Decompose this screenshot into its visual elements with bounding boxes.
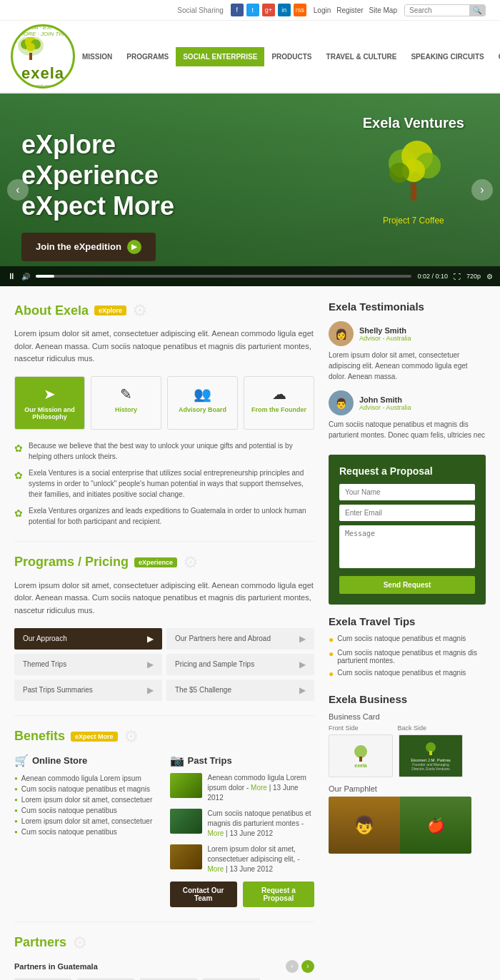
bullet-icon-0: ✿ [14, 441, 23, 462]
store-item-5: Cum sociis natoque penatibus [14, 827, 159, 837]
program-item-3[interactable]: Pricing and Sample Trips ▶ [166, 654, 314, 675]
front-label: Front Side [329, 724, 359, 732]
programs-text: Lorem ipsum dolor sit amet, consectetuer… [14, 580, 314, 617]
form-name-input[interactable] [339, 484, 475, 500]
program-item-4[interactable]: Past Trips Summaries ▶ [14, 680, 162, 701]
nav-speaking[interactable]: SPEAKING CIRCUITS [404, 47, 491, 66]
volume-icon[interactable]: 🔊 [21, 273, 30, 281]
video-progress-bar[interactable] [36, 275, 411, 278]
program-item-2[interactable]: Themed Trips ▶ [14, 654, 162, 675]
form-message-input[interactable] [339, 525, 475, 568]
about-section: About Exela eXplore ⚙ Lorem ipsum dolor … [14, 300, 314, 527]
program-arrow-1: ▶ [299, 634, 306, 644]
tip-0: ● Cum sociis natoque penatibus et magnis [329, 635, 486, 645]
search-button[interactable]: 🔍 [469, 5, 485, 16]
back-label: Back Side [398, 724, 427, 732]
nav-programs[interactable]: PROGRAMS [119, 47, 176, 66]
benefits-badge: eXpect More [71, 732, 118, 742]
svg-point-14 [426, 742, 436, 752]
online-store-list: Aenean commodo ligula Lorem ipsum Cum so… [14, 773, 159, 837]
nav-contact[interactable]: CONTACT [491, 47, 500, 66]
benefits-title: Benefits eXpect More ⚙ [14, 727, 314, 747]
hero-section: ‹ eXplore eXperience eXpect More Join th… [0, 94, 500, 286]
trip-more-0[interactable]: More [251, 784, 267, 792]
sitemap-link[interactable]: Site Map [369, 6, 397, 14]
fullscreen-icon[interactable]: ⛶ [454, 273, 461, 281]
logo-tree-icon [13, 37, 49, 62]
svg-point-12 [354, 745, 367, 758]
online-store-title: 🛒 Online Store [14, 754, 159, 767]
video-time: 0:02 / 0:10 [417, 273, 448, 280]
partner-next-button[interactable]: › [301, 960, 314, 973]
rss-icon[interactable]: rss [294, 4, 306, 16]
twitter-icon[interactable]: t [246, 4, 259, 16]
testimonial-1-text: Cum sociis natoque penatibus et magnis d… [329, 419, 486, 440]
hero-next-button[interactable]: › [471, 179, 493, 201]
svg-rect-13 [359, 757, 362, 762]
trip-more-2[interactable]: More [208, 865, 224, 873]
social-icons: f t g+ in rss [231, 4, 306, 16]
program-item-5[interactable]: The $5 Challenge ▶ [166, 680, 314, 701]
testimonial-0-text: Lorem ipsum dolor sit amet, consectetuer… [329, 350, 486, 382]
social-label: Social Sharing [177, 6, 223, 14]
left-column: About Exela eXplore ⚙ Lorem ipsum dolor … [14, 300, 329, 980]
tip-2: ● Cum sociis natoque penatibus et magnis [329, 669, 486, 679]
svg-point-10 [389, 163, 409, 183]
pamphlet-right: 🍎 [400, 797, 471, 854]
svg-rect-11 [411, 183, 416, 201]
search-bar[interactable]: 🔍 [404, 4, 486, 16]
trip-item-2: Lorem ipsum dolor sit amet, consectetuer… [170, 844, 315, 874]
settings-icon[interactable]: ⚙ [486, 273, 493, 281]
store-item-0: Aenean commodo ligula Lorem ipsum [14, 773, 159, 784]
guatemala-partners-header: Partners in Guatemala ‹ › [14, 960, 314, 973]
about-decorative-icon: ⚙ [132, 300, 148, 320]
program-arrow-3: ▶ [299, 660, 306, 670]
store-item-4: Lorem ipsum dolor sit amet, consectetuer [14, 816, 159, 827]
programs-title: Programs / Pricing eXperience ⚙ [14, 552, 314, 572]
form-email-input[interactable] [339, 505, 475, 521]
program-arrow-4: ▶ [147, 685, 154, 695]
trip-more-1[interactable]: More [208, 829, 224, 837]
linkedin-icon[interactable]: in [278, 4, 291, 16]
program-item-1[interactable]: Our Partners here and Abroad ▶ [166, 628, 314, 650]
mission-cards: ➤ Our Mission and Philosophy ✎ History 👥… [14, 376, 314, 430]
partner-prev-button[interactable]: ‹ [286, 960, 299, 973]
nav-products[interactable]: PRODUCTS [264, 47, 319, 66]
nav-mission[interactable]: MISSION [75, 47, 119, 66]
avatar-1: 👨 [329, 390, 354, 415]
mission-card-3[interactable]: ☁ From the Founder [244, 376, 314, 430]
hero-prev-button[interactable]: ‹ [7, 179, 29, 201]
register-link[interactable]: Register [336, 6, 363, 14]
arrow-icon: ▶ [127, 240, 141, 254]
request-proposal-button[interactable]: Request a Proposal [243, 882, 314, 907]
partners-title: Partners ⚙ [14, 933, 314, 953]
join-expedition-button[interactable]: Join the eXpedition ▶ [21, 233, 156, 261]
bullet-item-2: ✿ Exela Ventures organizes and leads exp… [14, 505, 314, 527]
avatar-0: 👩 [329, 321, 354, 346]
video-pause-icon[interactable]: ⏸ [7, 271, 16, 281]
programs-decorative-icon: ⚙ [183, 552, 199, 572]
nav-social-enterprise[interactable]: SOCIAL ENTERPRISE [176, 47, 264, 66]
mission-card-1[interactable]: ✎ History [91, 376, 161, 430]
mission-card-2[interactable]: 👥 Advisory Board [167, 376, 238, 430]
login-link[interactable]: Login [314, 6, 331, 14]
googleplus-icon[interactable]: g+ [262, 4, 275, 16]
tip-dot-1: ● [329, 649, 334, 659]
about-bullet-list: ✿ Because we believe that the best way t… [14, 440, 314, 527]
contact-team-button[interactable]: Contact Our Team [170, 882, 237, 907]
mission-card-0[interactable]: ➤ Our Mission and Philosophy [14, 376, 85, 430]
advisory-icon: 👥 [174, 385, 231, 403]
right-column: Exela Testimonials 👩 Shelly Smith Adviso… [329, 300, 486, 980]
program-item-0[interactable]: Our Approach ▶ [14, 628, 162, 650]
facebook-icon[interactable]: f [231, 4, 244, 16]
send-request-button[interactable]: Send Request [339, 576, 475, 594]
search-input[interactable] [405, 5, 469, 16]
nav-travel[interactable]: TRAVEL & CULTURE [319, 47, 404, 66]
video-progress-fill [36, 275, 54, 278]
business-card-front: exela [329, 734, 393, 777]
trip-thumb-2 [170, 844, 202, 869]
programs-section: Programs / Pricing eXperience ⚙ Lorem ip… [14, 541, 314, 701]
pamphlet-left: 👦 [329, 797, 400, 854]
logo-area: EXELA · EXPECT MORE · JOIN THE exela ven… [11, 24, 75, 89]
tip-dot-0: ● [329, 635, 334, 645]
